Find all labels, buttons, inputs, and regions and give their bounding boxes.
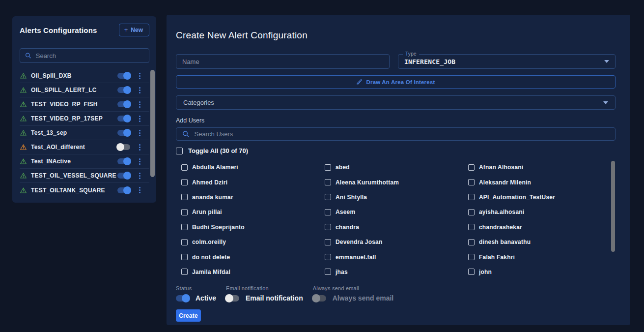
checkbox-icon[interactable] [325, 224, 331, 230]
kebab-menu-icon[interactable] [138, 72, 141, 80]
checkbox-icon[interactable] [468, 254, 475, 260]
alert-config-item[interactable]: TEST_OIL_VESSEL_SQUARE [20, 169, 149, 183]
user-checkbox-item[interactable]: Arun pillai [181, 205, 222, 219]
checkbox-icon[interactable] [181, 194, 188, 200]
checkbox-icon[interactable] [325, 239, 331, 245]
kebab-menu-icon[interactable] [138, 172, 141, 180]
always-send-email-toggle-group: Always send email Always send email [313, 285, 401, 302]
user-checkbox-item[interactable]: Falah Fakhri [468, 249, 515, 264]
alert-config-item[interactable]: Test_13_sep [20, 126, 149, 140]
checkbox-icon[interactable] [468, 179, 475, 185]
checkbox-icon[interactable] [325, 194, 331, 200]
checkbox-icon[interactable] [468, 269, 475, 275]
alert-enabled-toggle[interactable] [117, 187, 130, 193]
checkbox-icon[interactable] [325, 179, 331, 185]
create-button[interactable]: Create [176, 309, 201, 322]
user-checkbox-item[interactable]: API_Automation_TestUser [468, 190, 555, 205]
checkbox-icon[interactable] [468, 209, 475, 215]
alert-config-item[interactable]: TEST_VIDEO_RP_17SEP [20, 112, 149, 126]
user-checkbox-item[interactable]: chandra [325, 220, 359, 235]
warning-triangle-icon [20, 115, 27, 122]
checkbox-icon[interactable] [181, 254, 188, 260]
alert-enabled-toggle[interactable] [117, 144, 130, 150]
user-checkbox-item[interactable]: emmanuel.fall [325, 249, 376, 264]
checkbox-icon[interactable] [181, 269, 188, 275]
kebab-menu-icon[interactable] [138, 129, 141, 137]
user-checkbox-item[interactable]: ananda kumar [181, 190, 233, 205]
toggle-all-checkbox-row[interactable]: Toggle All (30 of 70) [176, 147, 248, 154]
checkbox-icon[interactable] [468, 224, 475, 230]
checkbox-icon[interactable] [468, 194, 475, 200]
user-checkbox-item[interactable]: chandrashekar [468, 220, 522, 235]
kebab-menu-icon[interactable] [138, 100, 141, 109]
user-checkbox-item[interactable]: jhas [325, 265, 348, 279]
checkbox-icon[interactable] [325, 209, 331, 215]
alert-config-item[interactable]: Oil_Spill_DXB [20, 69, 149, 83]
user-checkbox-item[interactable]: ayisha.alhosani [468, 205, 524, 219]
alert-enabled-toggle[interactable] [117, 130, 130, 136]
checkbox-icon[interactable] [181, 164, 188, 171]
user-checkbox-item[interactable]: Aseem [325, 205, 355, 219]
status-toggle[interactable] [176, 295, 189, 302]
user-checkbox-item[interactable]: Aleena Kurumthottam [325, 175, 399, 189]
user-checkbox-item[interactable]: Devendra Josan [325, 235, 383, 249]
checkbox-icon[interactable] [325, 254, 331, 260]
user-checkbox-item[interactable]: john [468, 265, 492, 279]
kebab-menu-icon[interactable] [138, 186, 141, 194]
checkbox-icon[interactable] [468, 239, 475, 245]
checkbox-icon[interactable] [181, 224, 188, 230]
alert-config-item[interactable]: TEST_VIDEO_RP_FISH [20, 97, 149, 112]
user-checkbox-item[interactable]: dinesh banavathu [468, 235, 531, 249]
kebab-menu-icon[interactable] [138, 86, 141, 94]
alert-config-item[interactable]: Test_INActive [20, 154, 149, 169]
user-checkbox-item[interactable]: do not delete [181, 249, 230, 264]
alert-item-left: TEST_VIDEO_RP_17SEP [20, 115, 103, 122]
alert-enabled-toggle[interactable] [117, 173, 130, 179]
user-checkbox-item[interactable]: Budhi Soeprijanto [181, 220, 245, 235]
user-checkbox-item[interactable]: Afnan Alhosani [468, 160, 523, 175]
search-users-box[interactable] [176, 127, 616, 141]
checkbox-icon[interactable] [181, 179, 188, 185]
user-checkbox-item[interactable]: Abdulla Alameri [181, 160, 238, 175]
kebab-menu-icon[interactable] [138, 143, 141, 151]
always-send-email-label: Always send email [313, 285, 401, 291]
alert-config-item[interactable]: Test_AOI_different [20, 140, 149, 154]
alert-enabled-toggle[interactable] [117, 116, 130, 121]
categories-placeholder: Categories [183, 99, 214, 106]
alert-config-item[interactable]: TEST_OILTANK_SQUARE [20, 183, 149, 197]
user-checkbox-item[interactable]: Ani Shtylla [325, 190, 367, 205]
new-alert-button[interactable]: + New [119, 24, 149, 36]
users-scrollbar[interactable] [611, 161, 615, 252]
checkbox-icon[interactable] [181, 209, 188, 215]
categories-select[interactable]: Categories [176, 95, 616, 110]
alert-enabled-toggle[interactable] [117, 101, 130, 107]
kebab-menu-icon[interactable] [138, 157, 141, 166]
email-notification-toggle[interactable] [226, 295, 239, 302]
user-checkbox-item[interactable]: colm.oreilly [181, 235, 226, 249]
search-users-input[interactable] [195, 130, 609, 138]
checkbox-icon[interactable] [325, 269, 331, 275]
sidebar-search-input[interactable] [36, 52, 144, 60]
checkbox-icon[interactable] [181, 239, 188, 245]
checkbox-icon[interactable] [468, 164, 475, 171]
user-checkbox-item[interactable]: Ahmed Dziri [181, 175, 227, 189]
user-checkbox-item[interactable]: Aleksandr Milenin [468, 175, 531, 189]
user-name: abed [336, 164, 350, 171]
alert-config-item[interactable]: OIL_SPILL_ALERT_LC [20, 83, 149, 97]
name-field[interactable] [176, 54, 390, 69]
toggle-knob [123, 129, 131, 137]
user-checkbox-item[interactable]: abed [325, 160, 350, 175]
checkbox-icon[interactable] [176, 148, 183, 154]
sidebar-search-box[interactable] [20, 48, 149, 63]
user-checkbox-item[interactable]: Jamila Mifdal [181, 265, 230, 279]
alert-enabled-toggle[interactable] [117, 158, 130, 164]
alert-enabled-toggle[interactable] [117, 73, 130, 79]
user-name: Aleksandr Milenin [479, 179, 531, 186]
draw-aoi-button[interactable]: Draw An Area Of Interest [176, 75, 616, 89]
alert-enabled-toggle[interactable] [117, 87, 130, 93]
type-select[interactable]: Type INFERENCE_JOB [398, 54, 616, 69]
kebab-menu-icon[interactable] [138, 115, 141, 123]
sidebar-scrollbar[interactable] [150, 70, 155, 177]
always-send-email-toggle[interactable] [313, 295, 326, 302]
checkbox-icon[interactable] [325, 164, 331, 171]
